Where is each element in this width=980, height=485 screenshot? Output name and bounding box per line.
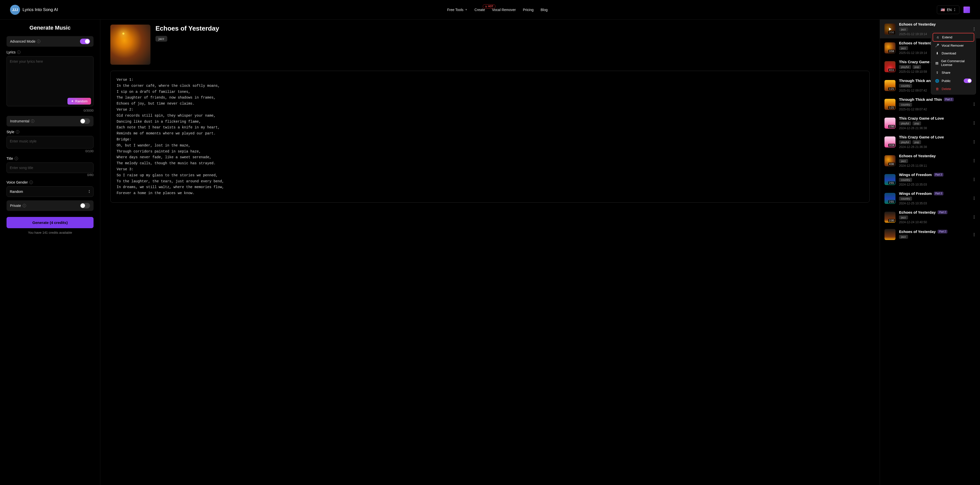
track-menu-button[interactable] [973, 120, 975, 126]
track-tag: jazz [899, 46, 908, 50]
track-thumbnail: 1:21 [885, 80, 896, 91]
track-info: Echoes of YesterdayPart 2jazz2024-12-24 … [899, 210, 969, 224]
nav-create[interactable]: Create ♨ HOT [474, 8, 485, 12]
ctx-public[interactable]: 🌐 Public [932, 76, 974, 85]
info-icon[interactable]: i [29, 181, 33, 184]
ctx-download[interactable]: ⬇ Download [932, 49, 974, 57]
random-button[interactable]: ✦ Random [67, 98, 91, 105]
track-info: Through Thick and ThinPart 2country2025-… [899, 97, 969, 111]
track-item[interactable]: 3:19This Crazy Game of Loveplayfulpop202… [880, 132, 980, 151]
ctx-vocal-remover[interactable]: 🎤 Vocal Remover [932, 41, 974, 49]
public-toggle[interactable] [964, 78, 972, 83]
album-art [110, 25, 150, 65]
track-item[interactable]: 2:01Wings of FreedomPart 3country2024-12… [880, 170, 980, 189]
header: JJJ Lyrics Into Song AI Free Tools ▼ Cre… [0, 0, 980, 19]
part-badge: Part 2 [938, 210, 947, 214]
track-duration: 2:50 [888, 125, 895, 128]
info-icon[interactable]: i [16, 130, 19, 134]
music-note-icon: ♫ [935, 35, 940, 39]
track-tag: country [899, 103, 912, 107]
track-date: 2024-12-24 10:40:50 [899, 220, 969, 224]
sparkle-icon: ✦ [71, 99, 74, 103]
private-toggle[interactable] [80, 203, 90, 208]
ctx-delete[interactable]: 🗑 Delete [932, 85, 974, 93]
nav-blog[interactable]: Blog [541, 8, 548, 12]
track-thumbnail: 4:00 [885, 155, 896, 166]
credits-text: You have 141 credits available [6, 231, 94, 234]
advanced-mode-label: Advanced Mode [10, 40, 35, 43]
track-tag: pop [913, 65, 921, 69]
generate-button[interactable]: Generate (4 credits) [6, 217, 94, 228]
info-icon[interactable]: i [22, 204, 26, 207]
track-tag: jazz [899, 159, 908, 163]
share-icon: ⇪ [935, 71, 939, 75]
track-item[interactable]: 2:00Echoes of YesterdayPart 2jazz2024-12… [880, 208, 980, 226]
track-info: Echoes of YesterdayPart 2jazz [899, 229, 969, 240]
track-item[interactable]: 2:50This Crazy Game of Loveplayfulpop202… [880, 114, 980, 132]
track-menu-button[interactable] [973, 26, 975, 32]
nav-vocal-remover[interactable]: Vocal Remover [492, 8, 516, 12]
instrumental-label: Instrumental [10, 119, 29, 123]
track-thumbnail [885, 229, 896, 240]
track-thumbnail: 2:01 [885, 193, 896, 204]
track-menu-button[interactable] [973, 215, 975, 220]
info-icon[interactable]: i [14, 157, 18, 160]
title-input[interactable] [6, 162, 94, 173]
track-menu-button[interactable] [973, 177, 975, 182]
title-counter: 0/80 [6, 173, 94, 177]
ctx-extend[interactable]: ♫ Extend [932, 33, 974, 41]
globe-icon: 🌐 [935, 79, 939, 83]
nav-pricing[interactable]: Pricing [523, 8, 534, 12]
avatar[interactable] [963, 6, 970, 13]
brand-name: Lyrics Into Song AI [22, 7, 58, 12]
chevron-down-icon: ▼ [465, 8, 468, 11]
track-menu-button[interactable] [973, 139, 975, 145]
instrumental-toggle[interactable] [80, 118, 90, 124]
voice-label: Voice Gender [6, 180, 28, 184]
track-menu-button[interactable] [973, 232, 975, 237]
track-item[interactable]: 2:01Wings of FreedomPart 3country2024-12… [880, 189, 980, 208]
track-info: This Crazy Game of Loveplayfulpop2024-12… [899, 135, 969, 149]
info-icon[interactable]: i [31, 119, 34, 123]
nav-free-tools[interactable]: Free Tools ▼ [447, 8, 468, 12]
advanced-mode-row: Advanced Mode i [6, 36, 94, 47]
track-thumbnail: 2:50 [885, 118, 896, 129]
track-duration: 3:59 [888, 50, 895, 53]
track-date: 2025-01-12 09:07:42 [899, 108, 969, 111]
track-duration: 1:21 [888, 87, 895, 91]
voice-gender-select[interactable]: Random ▲▼ [6, 186, 94, 197]
track-thumbnail: 2:00 [885, 211, 896, 223]
language-select[interactable]: 🇺🇸 EN ▲▼ [937, 6, 959, 14]
track-title: Echoes of Yesterday [899, 41, 935, 45]
track-tag: pop [913, 140, 921, 144]
track-item[interactable]: 4:00Echoes of Yesterdayjazz2024-12-25 11… [880, 151, 980, 170]
instrumental-row: Instrumental i [6, 116, 94, 126]
track-item[interactable]: Echoes of YesterdayPart 2jazz [880, 226, 980, 243]
lyrics-counter: 0/3000 [6, 108, 94, 112]
genre-tag: jazz [156, 36, 167, 41]
advanced-mode-toggle[interactable] [80, 39, 90, 44]
private-row: Private i [6, 200, 94, 211]
track-title: Echoes of Yesterday [899, 229, 935, 234]
ctx-license[interactable]: ▤ Get Commercial License [932, 57, 974, 69]
track-info: Wings of FreedomPart 3country2024-12-25 … [899, 173, 969, 186]
info-icon[interactable]: i [17, 51, 21, 54]
track-title: Wings of Freedom [899, 191, 932, 196]
track-menu-button[interactable] [973, 158, 975, 163]
track-menu-button[interactable] [973, 196, 975, 201]
track-date: 2024-12-25 10:35:03 [899, 202, 969, 205]
track-duration: 2:00 [888, 219, 895, 222]
track-date: 2024-12-25 11:09:11 [899, 164, 969, 167]
track-menu-button[interactable] [973, 102, 975, 107]
play-icon[interactable] [885, 24, 896, 35]
track-item[interactable]: 1:21Through Thick and ThinPart 2country2… [880, 95, 980, 114]
logo[interactable]: JJJ Lyrics Into Song AI [10, 5, 58, 15]
style-input[interactable] [6, 136, 94, 148]
track-tag: jazz [899, 235, 908, 239]
title-label: Title [6, 156, 13, 161]
ctx-share[interactable]: ⇪ Share [932, 69, 974, 76]
track-tag: pop [913, 121, 921, 126]
track-date: 2024-12-26 21:36:38 [899, 126, 969, 130]
track-duration: 3:19 [888, 144, 895, 147]
info-icon[interactable]: i [37, 40, 40, 43]
